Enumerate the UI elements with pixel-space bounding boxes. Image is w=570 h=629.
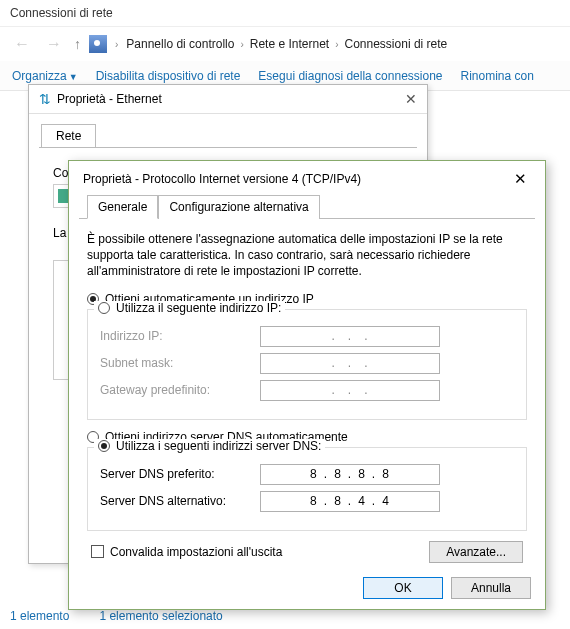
subnet-mask-input: ... [260,353,440,374]
status-bar: 1 elemento 1 elemento selezionato [10,609,223,623]
dialog-title: Proprietà - Protocollo Internet versione… [83,172,361,186]
breadcrumb-item[interactable]: Pannello di controllo [126,37,234,51]
cancel-button[interactable]: Annulla [451,577,531,599]
dialog-title: Proprietà - Ethernet [57,92,162,106]
forward-arrow-icon[interactable]: → [42,35,66,53]
breadcrumb: Pannello di controllo › Rete e Internet … [126,37,447,51]
radio-icon[interactable] [98,302,110,314]
control-panel-icon [89,35,107,53]
manual-dns-group: Utilizza i seguenti indirizzi server DNS… [87,447,527,531]
ok-button[interactable]: OK [363,577,443,599]
radio-manual-ip-label[interactable]: Utilizza il seguente indirizzo IP: [116,301,281,315]
diagnose-button[interactable]: Esegui diagnosi della connessione [258,69,442,83]
tabs: Generale Configurazione alternativa [79,194,535,219]
ethernet-icon: ⇅ [39,91,51,107]
manual-ip-group: Utilizza il seguente indirizzo IP: Indir… [87,309,527,420]
chevron-right-icon[interactable]: › [115,39,118,50]
nav-bar: ← → ↑ › Pannello di controllo › Rete e I… [0,27,570,61]
dns-alternate-label: Server DNS alternativo: [100,494,260,508]
radio-manual-dns-label[interactable]: Utilizza i seguenti indirizzi server DNS… [116,439,321,453]
dns-alternate-input[interactable]: 8.8.4.4 [260,491,440,512]
checkbox-icon [91,545,104,558]
gateway-input: ... [260,380,440,401]
organize-menu[interactable]: Organizza▼ [12,69,78,83]
tab-rete[interactable]: Rete [41,124,96,147]
tab-alt-config[interactable]: Configurazione alternativa [158,195,319,219]
gateway-label: Gateway predefinito: [100,383,260,397]
radio-icon[interactable] [98,440,110,452]
chevron-right-icon[interactable]: › [335,39,338,50]
status-selected: 1 elemento selezionato [99,609,222,623]
back-arrow-icon[interactable]: ← [10,35,34,53]
status-count: 1 elemento [10,609,69,623]
close-icon[interactable]: ✕ [508,170,533,188]
chevron-right-icon[interactable]: › [240,39,243,50]
tab-general[interactable]: Generale [87,195,158,219]
validate-checkbox-row[interactable]: Convalida impostazioni all'uscita [91,545,282,559]
breadcrumb-item[interactable]: Rete e Internet [250,37,329,51]
validate-label: Convalida impostazioni all'uscita [110,545,282,559]
dns-preferred-label: Server DNS preferito: [100,467,260,481]
ip-address-input: ... [260,326,440,347]
dns-preferred-input[interactable]: 8.8.8.8 [260,464,440,485]
subnet-mask-label: Subnet mask: [100,356,260,370]
window-title: Connessioni di rete [0,0,570,27]
breadcrumb-item[interactable]: Connessioni di rete [345,37,448,51]
description-text: È possibile ottenere l'assegnazione auto… [87,231,527,280]
ipv4-properties-dialog: Proprietà - Protocollo Internet versione… [68,160,546,610]
ip-address-label: Indirizzo IP: [100,329,260,343]
advanced-button[interactable]: Avanzate... [429,541,523,563]
disable-device-button[interactable]: Disabilita dispositivo di rete [96,69,241,83]
rename-button[interactable]: Rinomina con [461,69,534,83]
chevron-down-icon: ▼ [69,72,78,82]
up-arrow-icon[interactable]: ↑ [74,36,81,52]
close-icon[interactable]: ✕ [405,91,417,107]
